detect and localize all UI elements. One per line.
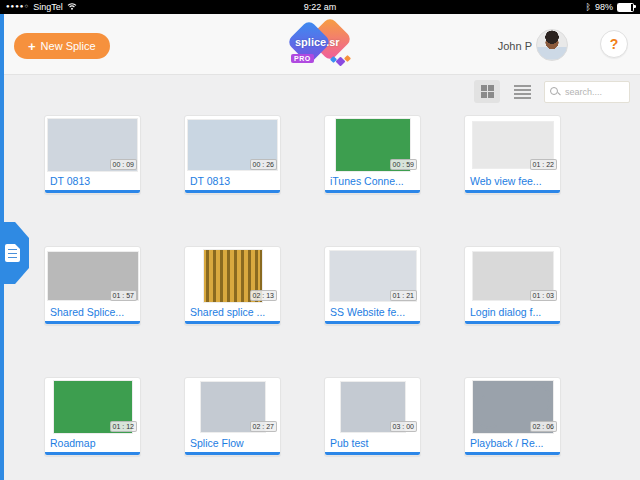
splice-title: iTunes Conne... <box>325 174 420 190</box>
splice-title: Playback / Re... <box>465 436 560 452</box>
help-button[interactable]: ? <box>600 30 628 58</box>
battery-percent-label: 98% <box>595 2 613 12</box>
splice-tile[interactable]: 00 : 09 DT 0813 <box>44 115 141 194</box>
duration-badge: 00 : 26 <box>250 159 277 170</box>
clock-label: 9:22 am <box>304 2 337 12</box>
drawer-tab-handle[interactable] <box>0 222 29 284</box>
splice-thumbnail: 01 : 21 <box>325 247 420 305</box>
splice-thumbnail: 03 : 00 <box>325 378 420 436</box>
app-logo: splice.sr PRO <box>290 19 350 71</box>
duration-badge: 02 : 13 <box>250 290 277 301</box>
splice-thumbnail: 00 : 26 <box>185 116 280 174</box>
splice-title: SS Website fe... <box>325 305 420 321</box>
wifi-icon <box>67 2 77 12</box>
splice-tile[interactable]: 01 : 03 Login dialog f... <box>464 246 561 325</box>
duration-badge: 02 : 27 <box>250 421 277 432</box>
user-name-label: John P <box>498 40 532 52</box>
battery-icon <box>617 3 634 12</box>
splice-title: DT 0813 <box>45 174 140 190</box>
plus-icon: + <box>28 40 36 53</box>
splice-title: Roadmap <box>45 436 140 452</box>
new-splice-button[interactable]: + New Splice <box>14 33 110 59</box>
splice-title: Pub test <box>325 436 420 452</box>
tile-underline <box>465 321 560 324</box>
splice-title: Shared splice ... <box>185 305 280 321</box>
splice-thumbnail: 01 : 57 <box>45 247 140 305</box>
splice-tile[interactable]: 01 : 21 SS Website fe... <box>324 246 421 325</box>
tile-underline <box>325 190 420 193</box>
splice-thumbnail: 00 : 09 <box>45 116 140 174</box>
splice-title: Splice Flow <box>185 436 280 452</box>
tile-underline <box>45 190 140 193</box>
search-box <box>544 81 630 103</box>
tile-underline <box>185 321 280 324</box>
splice-grid: 00 : 09 DT 0813 00 : 26 DT 0813 00 : 59 … <box>44 115 561 456</box>
splice-title: Shared Splice... <box>45 305 140 321</box>
splice-title: DT 0813 <box>185 174 280 190</box>
duration-badge: 00 : 09 <box>110 159 137 170</box>
splice-title: Web view fee... <box>465 174 560 190</box>
splice-tile[interactable]: 01 : 12 Roadmap <box>44 377 141 456</box>
splice-thumbnail: 02 : 06 <box>465 378 560 436</box>
splice-thumbnail: 01 : 12 <box>45 378 140 436</box>
tile-underline <box>465 452 560 455</box>
document-icon <box>5 244 20 262</box>
tile-underline <box>325 321 420 324</box>
list-view-button[interactable] <box>509 80 535 103</box>
duration-badge: 03 : 00 <box>390 421 417 432</box>
tile-underline <box>465 190 560 193</box>
tile-underline <box>325 452 420 455</box>
list-view-icon <box>514 85 531 99</box>
splice-thumbnail: 02 : 27 <box>185 378 280 436</box>
pro-badge: PRO <box>291 54 314 63</box>
grid-view-icon <box>481 85 494 98</box>
splice-tile[interactable]: 01 : 57 Shared Splice... <box>44 246 141 325</box>
tile-underline <box>185 190 280 193</box>
status-bar: ●●●●○ SingTel 9:22 am ᛒ 98% <box>0 0 640 14</box>
splice-thumbnail: 00 : 59 <box>325 116 420 174</box>
duration-badge: 02 : 06 <box>530 421 557 432</box>
splice-title: Login dialog f... <box>465 305 560 321</box>
view-toolbar <box>474 80 630 103</box>
tile-underline <box>45 452 140 455</box>
carrier-label: SingTel <box>33 2 63 12</box>
duration-badge: 01 : 03 <box>530 290 557 301</box>
splice-tile[interactable]: 00 : 59 iTunes Conne... <box>324 115 421 194</box>
splice-thumbnail: 01 : 03 <box>465 247 560 305</box>
app-screen: ●●●●○ SingTel 9:22 am ᛒ 98% + New Splice… <box>0 0 640 480</box>
user-avatar[interactable] <box>536 29 568 61</box>
splice-tile[interactable]: 00 : 26 DT 0813 <box>184 115 281 194</box>
splice-tile[interactable]: 02 : 06 Playback / Re... <box>464 377 561 456</box>
grid-view-button[interactable] <box>474 80 500 103</box>
logo-title: splice.sr <box>295 36 340 48</box>
duration-badge: 01 : 12 <box>110 421 137 432</box>
splice-tile[interactable]: 03 : 00 Pub test <box>324 377 421 456</box>
duration-badge: 01 : 21 <box>390 290 417 301</box>
tile-underline <box>45 321 140 324</box>
splice-thumbnail: 01 : 22 <box>465 116 560 174</box>
signal-strength-icon: ●●●●○ <box>6 3 29 9</box>
bluetooth-icon: ᛒ <box>586 3 591 12</box>
duration-badge: 00 : 59 <box>390 159 417 170</box>
splice-tile[interactable]: 02 : 13 Shared splice ... <box>184 246 281 325</box>
splice-thumbnail: 02 : 13 <box>185 247 280 305</box>
header-bar: + New Splice splice.sr PRO John P ? <box>0 14 640 75</box>
splice-tile[interactable]: 02 : 27 Splice Flow <box>184 377 281 456</box>
duration-badge: 01 : 57 <box>110 290 137 301</box>
duration-badge: 01 : 22 <box>530 159 557 170</box>
search-icon <box>550 87 558 95</box>
tile-underline <box>185 452 280 455</box>
new-splice-label: New Splice <box>41 40 96 52</box>
splice-tile[interactable]: 01 : 22 Web view fee... <box>464 115 561 194</box>
